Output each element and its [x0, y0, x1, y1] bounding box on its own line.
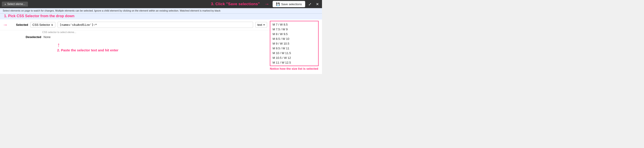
text-dropdown-value: text	[257, 23, 262, 26]
save-selections-button[interactable]: 💾 Save selections	[272, 1, 305, 7]
size-list-item[interactable]: M 8.5 / W 10	[270, 36, 318, 41]
expand-icon: ⤢	[308, 2, 311, 6]
step2-text: 2. Paste the selector text and hit enter	[57, 48, 118, 52]
size-list-item[interactable]: M 7 / W 8.5	[270, 22, 318, 27]
text-type-dropdown[interactable]: text ▼	[255, 22, 267, 28]
selector-input[interactable]	[58, 22, 253, 28]
deselected-row: Deselected None	[0, 33, 270, 40]
selector-row: → Selected CSS Selector ∨ text ▼	[0, 19, 270, 30]
close-icon: ✕	[316, 2, 319, 6]
size-list: M 7 / W 8.5M 7.5 / W 9M 8 / W 9.5M 8.5 /…	[270, 21, 318, 66]
title-bar: ■ Select eleme... 3. Click "Save selecti…	[0, 0, 322, 8]
info-text: Select elements on page to watch for cha…	[3, 9, 220, 12]
step1-text: 1. Pick CSS Selector from the drop down	[4, 14, 74, 18]
right-section: M 7 / W 8.5M 7.5 / W 9M 8 / W 9.5M 8.5 /…	[270, 19, 322, 74]
step2-up-arrow: ↑	[57, 42, 60, 48]
browser-tab[interactable]: ■ Select eleme...	[2, 1, 28, 6]
selected-label: Selected	[10, 23, 28, 26]
size-list-item[interactable]: M 9 / W 10.5	[270, 41, 318, 46]
size-list-item[interactable]: M 10 / W 11.5	[270, 51, 318, 55]
step3-arrow: →	[264, 1, 270, 7]
selected-arrow: →	[3, 22, 8, 28]
hint-text-content: CSS selector to select eleme...	[42, 31, 76, 33]
size-list-item[interactable]: M 11 / W 12.5	[270, 60, 318, 65]
step2-area: ↑ 2. Paste the selector text and hit ent…	[0, 40, 270, 57]
step3-annotation: 3. Click "Save selections"	[211, 2, 260, 6]
body-section: → Selected CSS Selector ∨ text ▼ CSS sel…	[0, 19, 322, 74]
size-list-item[interactable]: M 7.5 / W 9	[270, 27, 318, 32]
tab-page-icon: ■	[4, 3, 6, 5]
info-bar: Select elements on page to watch for cha…	[0, 8, 322, 13]
dropdown-chevron: ∨	[51, 23, 53, 26]
close-button[interactable]: ✕	[314, 1, 320, 7]
app-wrapper: ■ Select eleme... 3. Click "Save selecti…	[0, 0, 322, 74]
expand-button[interactable]: ⤢	[307, 1, 313, 7]
selector-hint: CSS selector to select eleme...	[0, 30, 270, 33]
deselected-label: Deselected	[23, 35, 41, 39]
size-list-item[interactable]: M 8 / W 9.5	[270, 32, 318, 36]
size-list-item[interactable]: M 10.5 / W 12	[270, 55, 318, 60]
tab-label: Select eleme...	[7, 2, 25, 6]
step1-label: 1. Pick CSS Selector from the drop down	[0, 13, 322, 19]
bottom-note: Notice how the size list is selected	[270, 67, 318, 70]
save-icon: 💾	[276, 2, 280, 6]
left-section: → Selected CSS Selector ∨ text ▼ CSS sel…	[0, 19, 270, 74]
size-list-item[interactable]: M 11.5 / W 13	[270, 65, 318, 66]
deselected-value: None	[44, 35, 50, 39]
bottom-note-text: Notice how the size list is selected	[270, 67, 318, 70]
css-selector-dropdown[interactable]: CSS Selector ∨	[30, 22, 55, 28]
text-dropdown-arrow: ▼	[263, 24, 265, 26]
save-button-label: Save selections	[281, 2, 302, 6]
size-list-item[interactable]: M 9.5 / W 11	[270, 46, 318, 51]
dropdown-value: CSS Selector	[32, 23, 50, 26]
